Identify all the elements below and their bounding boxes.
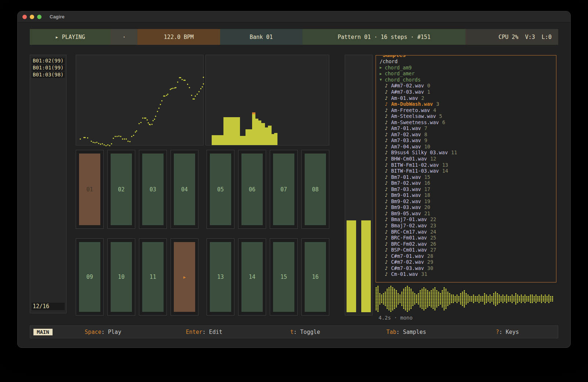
sample-file-row[interactable]: ♪Am-Steelsaw.wav5 (380, 113, 556, 119)
pad-11[interactable]: 11 (139, 238, 167, 316)
waveform-column (387, 289, 388, 309)
pad-14[interactable]: 14 (238, 238, 266, 316)
folder-chord_am9[interactable]: ▶chord_am9 (380, 65, 556, 71)
sample-file-row[interactable]: ♪Am-DubWash.wav3 (380, 101, 556, 107)
minimize-button[interactable] (30, 15, 34, 19)
waveform-column (501, 296, 502, 302)
pad-16[interactable]: 16 (301, 238, 329, 316)
waveform-column (396, 290, 397, 307)
histogram-bar (212, 135, 223, 145)
sample-file-row[interactable]: ♪Am-Sweetness.wav6 (380, 119, 556, 125)
scatter-point (85, 137, 86, 138)
shortcut-action: : Play (101, 329, 121, 335)
sample-file-row[interactable]: ♪Bm9-02.wav19 (380, 198, 556, 205)
shortcut-action: : Edit (202, 329, 222, 335)
sample-file-row[interactable]: ♪Bm7-03.wav17 (380, 186, 556, 192)
folder-chord_chords[interactable]: ▼chord_chords (380, 77, 556, 83)
pad-5[interactable]: 05 (207, 150, 234, 229)
sample-file-row[interactable]: ♪A#m7-03.wav1 (380, 89, 556, 95)
sample-file-row[interactable]: ♪BSP-Cm01.wav27 (380, 247, 556, 253)
samples-browser[interactable]: Samples /chord▶chord_am9▶chord_amer▼chor… (376, 55, 556, 282)
music-note-icon: ♪ (385, 271, 388, 277)
shortcut-action: : Keys (499, 329, 519, 335)
sample-file-name: Am7-02.wav (391, 131, 421, 137)
waveform-column (451, 295, 452, 303)
pad-8[interactable]: 08 (301, 150, 329, 229)
sample-file-row[interactable]: ♪BITW-Fm11-02.wav13 (380, 162, 556, 168)
sample-file-row[interactable]: ♪BRC-Cm17.wav24 (380, 228, 556, 235)
sample-file-row[interactable]: ♪Am7-03.wav9 (380, 137, 556, 144)
music-note-icon: ♪ (385, 144, 388, 149)
sample-file-row[interactable]: ♪Am-01.wav2 (380, 95, 556, 101)
waveform-column (405, 287, 406, 310)
sample-file-index: 16 (424, 180, 430, 186)
waveform-column (462, 292, 463, 306)
sample-file-name: C#m7-02.wav (391, 259, 424, 265)
sample-file-row[interactable]: ♪Bm9-05.wav21 (380, 210, 556, 217)
sample-file-row[interactable]: ♪C#m7-01.wav28 (380, 253, 556, 259)
pad-9[interactable]: 09 (76, 238, 104, 316)
folder-collapsed-icon[interactable]: ▶ (380, 72, 382, 76)
folder-collapsed-icon[interactable]: ▶ (380, 65, 382, 69)
pad-1[interactable]: 01 (76, 150, 104, 229)
sample-file-row[interactable]: ♪Bmaj7-01.wav22 (380, 216, 556, 223)
sample-file-row[interactable]: ♪A#m7-02.wav0 (380, 83, 556, 89)
sample-file-row[interactable]: ♪B9sus4 Silky 03.wav11 (380, 149, 556, 156)
waveform-column (517, 295, 518, 303)
waveform-column (438, 292, 439, 306)
shortcut-tab: Tab: Samples (356, 329, 457, 335)
sample-file-row[interactable]: ♪C#m7-03.wav30 (380, 265, 556, 271)
zoom-button[interactable] (37, 15, 42, 19)
pad-3[interactable]: 03 (139, 150, 167, 229)
sample-file-index: 29 (427, 259, 433, 265)
waveform-column (390, 286, 391, 312)
waveform-column (418, 293, 419, 304)
sample-file-row[interactable]: ♪Bm9-01.wav18 (380, 192, 556, 198)
pad-6[interactable]: 06 (238, 150, 266, 229)
sample-file-row[interactable]: ♪C#m7-02.wav29 (380, 259, 556, 265)
pad-4[interactable]: 04 (171, 150, 198, 229)
scatter-point (177, 82, 178, 83)
pad-13[interactable]: 13 (207, 238, 234, 316)
waveform-column (456, 295, 458, 303)
sample-file-index: 15 (424, 174, 430, 180)
scatter-point (139, 123, 140, 124)
close-button[interactable] (22, 15, 27, 19)
pad-12[interactable]: ▸ (171, 238, 198, 316)
pad-10-surface: 10 (111, 242, 132, 312)
folder-chord_amer[interactable]: ▶chord_amer (380, 71, 556, 77)
sample-file-index: 4 (433, 107, 436, 113)
sample-file-row[interactable]: ♪Bm9-03.wav20 (380, 204, 556, 210)
titlebar: Cagire (18, 11, 570, 22)
sample-file-row[interactable]: ♪BRC-Fm01.wav25 (380, 235, 556, 241)
sample-file-row[interactable]: ♪Am-Freeto.wav4 (380, 107, 556, 113)
pad-7[interactable]: 07 (270, 150, 298, 229)
sample-file-row[interactable]: ♪Am7-02.wav8 (380, 131, 556, 138)
scatter-point (107, 144, 108, 145)
pad-11-surface: 11 (142, 242, 164, 312)
folder-expanded-icon[interactable]: ▼ (380, 78, 382, 82)
sample-file-row[interactable]: ♪Cm-01.wav31 (380, 271, 556, 277)
sample-file-row[interactable]: ♪Am7-01.wav7 (380, 125, 556, 131)
waveform-column (488, 296, 489, 302)
sample-file-row[interactable]: ♪Bm7-02.wav16 (380, 180, 556, 186)
sample-file-row[interactable]: ♪BITW-Fm11-03.wav14 (380, 168, 556, 174)
sample-file-row[interactable]: ♪BHW-Cm01.wav12 (380, 156, 556, 162)
scatter-point (180, 77, 181, 78)
sample-file-row[interactable]: ♪BRC-Fm02.wav26 (380, 241, 556, 247)
pad-2[interactable]: 02 (107, 150, 135, 229)
sample-file-row[interactable]: ♪Bmaj7-02.wav23 (380, 223, 556, 229)
sample-file-name: BRC-Fm01.wav (391, 235, 427, 241)
pad-15[interactable]: 15 (270, 238, 298, 316)
scatter-point (191, 95, 192, 96)
waveform-column (410, 289, 412, 309)
app-window: Cagire ▸ PLAYING·122.0 BPMBank 01Pattern… (17, 11, 571, 348)
waveform-column (420, 290, 421, 307)
sample-file-row[interactable]: ♪Bm7-01.wav15 (380, 174, 556, 180)
scatter-point (113, 138, 114, 139)
sample-file-index: 18 (424, 192, 430, 198)
waveform-column (427, 290, 428, 307)
sample-file-row[interactable]: ♪Am7-04.wav10 (380, 144, 556, 150)
waveform-column (552, 296, 553, 302)
pad-10[interactable]: 10 (107, 238, 135, 316)
